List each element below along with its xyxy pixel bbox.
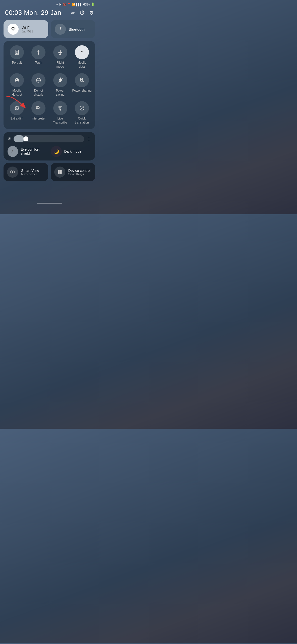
portrait-icon (10, 45, 24, 59)
grid-row-3: Extra dim A→ Interpreter LiveTranscribe … (6, 101, 93, 125)
svg-rect-21 (60, 170, 62, 172)
smart-view-label: Smart View (21, 169, 39, 173)
portrait-label: Portrait (12, 61, 22, 65)
power-button[interactable]: ⏻ (80, 10, 85, 16)
smart-view-icon (7, 167, 18, 178)
smart-view-tile[interactable]: Smart View Mirror screen (4, 163, 48, 181)
extra-dim-tile[interactable]: Extra dim (7, 101, 27, 125)
svg-rect-11 (58, 107, 61, 108)
brightness-slider[interactable] (14, 135, 84, 142)
battery-icon: 🔋 (91, 3, 95, 6)
eye-comfort-icon: A (8, 146, 18, 157)
svg-rect-1 (16, 51, 18, 53)
interpreter-tile[interactable]: A→ Interpreter (28, 101, 48, 125)
dark-mode-label: Dark mode (64, 149, 81, 153)
hotspot-label: MobileHotspot (12, 89, 22, 97)
power-sharing-label: Power sharing (72, 89, 92, 93)
wifi-calling-icon: 📶 (72, 3, 75, 6)
grid-panel: Portrait Torch Flightmode Mobiledata (4, 41, 95, 129)
home-bar (37, 203, 62, 204)
dnd-icon (31, 73, 45, 87)
dark-mode-item[interactable]: 🌙 Dark mode (51, 146, 91, 157)
device-control-icon (54, 167, 65, 178)
comfort-row: A Eye comfort shield 🌙 Dark mode (8, 146, 91, 157)
quick-tiles-row: Wi-Fi Jab7528 Bluetooth (0, 20, 99, 41)
interpreter-label: Interpreter (32, 117, 45, 121)
wifi-tile[interactable]: Wi-Fi Jab7528 (4, 20, 48, 38)
datetime-display: 00:03 Mon, 29 Jan (5, 9, 61, 17)
status-bar: ∗ N 🔇 📍 📶 ▌▌▌ 63% 🔋 (0, 0, 99, 7)
location-icon: 📍 (67, 3, 71, 6)
svg-text:A: A (11, 150, 13, 153)
live-transcribe-tile[interactable]: LiveTranscribe (50, 101, 70, 125)
device-control-tile[interactable]: Device control SmartThings (51, 163, 95, 181)
brightness-thumb[interactable] (23, 136, 28, 141)
brightness-menu-button[interactable]: ⋮ (87, 136, 91, 142)
dnd-tile[interactable]: Do notdisturb (28, 73, 48, 97)
flight-mode-label: Flightmode (57, 61, 64, 69)
signal-icon: ▌▌▌ (76, 3, 82, 6)
mobile-data-tile[interactable]: Mobiledata (72, 45, 92, 69)
dark-mode-icon: 🌙 (51, 146, 62, 157)
torch-label: Torch (35, 61, 42, 65)
header-row: 00:03 Mon, 29 Jan ✏ ⏻ ⚙ (0, 7, 99, 20)
settings-button[interactable]: ⚙ (89, 10, 94, 16)
quick-translation-icon: Aあ (75, 101, 89, 115)
wifi-tile-icon (8, 24, 19, 35)
svg-marker-19 (12, 171, 14, 173)
wifi-tile-text: Wi-Fi Jab7528 (22, 25, 33, 33)
svg-text:A→: A→ (37, 107, 39, 108)
dnd-label: Do notdisturb (34, 89, 43, 97)
live-transcribe-label: LiveTranscribe (53, 117, 67, 125)
status-icons: ∗ N 🔇 📍 📶 ▌▌▌ 63% 🔋 (56, 3, 95, 6)
quick-translation-label: Quicktranslation (75, 117, 89, 125)
live-transcribe-icon (53, 101, 67, 115)
grid-row-1: Portrait Torch Flightmode Mobiledata (6, 45, 93, 69)
mute-icon: 🔇 (63, 3, 66, 6)
edit-button[interactable]: ✏ (71, 10, 75, 16)
svg-rect-22 (58, 172, 60, 174)
svg-point-7 (16, 108, 18, 109)
device-control-text: Device control SmartThings (68, 169, 91, 176)
header-actions: ✏ ⏻ ⚙ (71, 10, 94, 16)
home-indicator[interactable] (0, 200, 99, 206)
bluetooth-tile-icon (55, 24, 66, 35)
extra-dim-label: Extra dim (11, 117, 23, 121)
portrait-tile[interactable]: Portrait (7, 45, 27, 69)
interpreter-icon: A→ (31, 101, 45, 115)
power-saving-tile[interactable]: Powersaving (50, 73, 70, 97)
wifi-sublabel: Jab7528 (22, 30, 33, 33)
power-sharing-icon (75, 73, 89, 87)
device-control-sub: SmartThings (68, 173, 91, 176)
hotspot-tile[interactable]: MobileHotspot (7, 73, 27, 97)
eye-comfort-label: Eye comfort shield (21, 147, 48, 155)
flight-mode-tile[interactable]: Flightmode (50, 45, 70, 69)
power-sharing-tile[interactable]: Power sharing (72, 73, 92, 97)
smart-view-text: Smart View Mirror screen (21, 169, 39, 176)
spacer (0, 185, 99, 200)
smart-view-sub: Mirror screen (21, 173, 39, 176)
flight-mode-icon (53, 45, 67, 59)
power-saving-icon (53, 73, 67, 87)
mobile-data-label: Mobiledata (77, 61, 86, 69)
torch-icon (31, 45, 45, 59)
extra-dim-icon (10, 101, 24, 115)
bluetooth-label: Bluetooth (69, 27, 85, 31)
brightness-panel: ☀ ⋮ A Eye comfort shield 🌙 Dark mode (4, 132, 95, 160)
battery-pct: 63% (83, 3, 90, 6)
svg-rect-23 (60, 172, 62, 174)
bluetooth-tile[interactable]: Bluetooth (51, 20, 95, 38)
brightness-fill (14, 135, 24, 142)
mobile-data-icon (75, 45, 89, 59)
grid-row-2: MobileHotspot Do notdisturb Powersaving … (6, 73, 93, 97)
svg-rect-20 (58, 170, 60, 172)
power-saving-label: Powersaving (56, 89, 65, 97)
wifi-label: Wi-Fi (22, 25, 33, 30)
svg-rect-10 (58, 106, 62, 107)
eye-comfort-item[interactable]: A Eye comfort shield (8, 146, 48, 157)
torch-tile[interactable]: Torch (28, 45, 48, 69)
brightness-row: ☀ ⋮ (8, 135, 91, 142)
quick-translation-tile[interactable]: Aあ Quicktranslation (72, 101, 92, 125)
brightness-low-icon: ☀ (8, 136, 11, 141)
bottom-tiles-row: Smart View Mirror screen Device control … (0, 163, 99, 185)
